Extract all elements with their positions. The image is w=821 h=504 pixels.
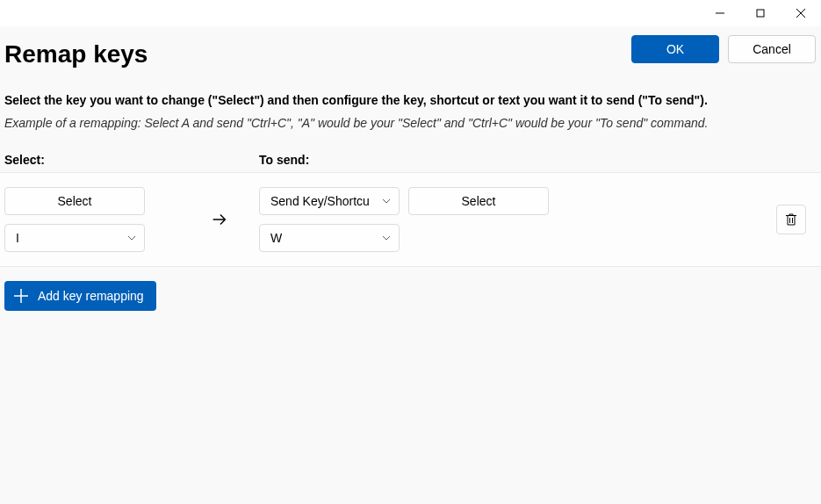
maximize-button[interactable] xyxy=(740,0,781,26)
instruction-text: Select the key you want to change ("Sele… xyxy=(4,93,817,107)
page-title: Remap keys xyxy=(4,32,148,83)
from-key-value: I xyxy=(16,231,126,245)
action-type-value: Send Key/Shortcu xyxy=(270,194,381,208)
cancel-button[interactable]: Cancel xyxy=(728,35,816,63)
to-key-value: W xyxy=(270,231,381,245)
chevron-down-icon xyxy=(126,233,137,243)
instructions-area: Select the key you want to change ("Sele… xyxy=(0,83,821,146)
delete-column xyxy=(776,205,817,234)
plus-icon xyxy=(11,286,31,306)
column-header-select: Select: xyxy=(4,153,259,167)
window-titlebar xyxy=(0,0,821,26)
close-button[interactable] xyxy=(781,0,821,26)
add-remapping-button[interactable]: Add key remapping xyxy=(4,281,156,311)
from-column: Select I xyxy=(4,187,180,252)
remap-row: Select I Send Key/Shortcu Select W xyxy=(4,187,817,252)
to-select-button[interactable]: Select xyxy=(408,187,549,215)
arrow-column xyxy=(180,210,259,229)
column-header-tosend: To send: xyxy=(259,153,817,167)
add-remapping-label: Add key remapping xyxy=(38,289,144,303)
delete-row-button[interactable] xyxy=(776,205,806,234)
from-key-dropdown[interactable]: I xyxy=(4,224,145,252)
to-column: Send Key/Shortcu Select W xyxy=(259,187,549,252)
add-section: Add key remapping xyxy=(0,267,821,504)
from-select-button[interactable]: Select xyxy=(4,187,145,215)
svg-rect-1 xyxy=(757,10,764,17)
header-buttons: OK Cancel xyxy=(631,32,816,63)
column-headers: Select: To send: xyxy=(0,146,821,172)
arrow-right-icon xyxy=(210,210,229,229)
action-type-dropdown[interactable]: Send Key/Shortcu xyxy=(259,187,400,215)
example-text: Example of a remapping: Select A and sen… xyxy=(4,116,817,130)
ok-button[interactable]: OK xyxy=(631,35,719,63)
chevron-down-icon xyxy=(381,196,392,206)
close-icon xyxy=(796,9,805,18)
remapping-list: Select I Send Key/Shortcu Select W xyxy=(0,172,821,267)
chevron-down-icon xyxy=(381,233,392,243)
to-key-dropdown[interactable]: W xyxy=(259,224,400,252)
minimize-button[interactable] xyxy=(700,0,740,26)
maximize-icon xyxy=(756,9,765,18)
trash-icon xyxy=(784,212,798,227)
minimize-icon xyxy=(716,9,724,18)
page-header: Remap keys OK Cancel xyxy=(0,26,821,83)
